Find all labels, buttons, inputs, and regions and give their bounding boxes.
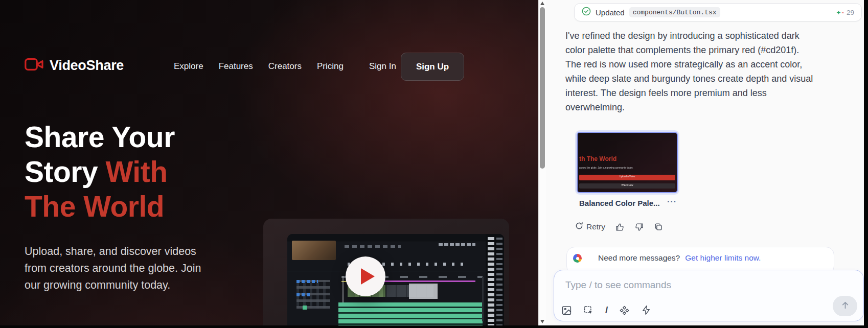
- slash-icon[interactable]: /: [605, 304, 608, 316]
- artifact-preview-body: around the globe. Join our growing commu…: [579, 167, 678, 169]
- retry-label: Retry: [586, 222, 605, 231]
- site-nav: Explore Features Creators Pricing: [174, 61, 344, 72]
- app-window: VideoShare Explore Features Creators Pri…: [0, 0, 868, 328]
- artifact-preview-heading: th The World: [579, 155, 616, 162]
- tool-file-chip: components/Button.tsx: [629, 7, 720, 17]
- nav-link-creators[interactable]: Creators: [268, 61, 302, 72]
- hero-line3: The World: [25, 190, 164, 223]
- diff-added: +: [837, 9, 841, 16]
- hero-line2-red: With: [106, 155, 168, 188]
- website-preview-panel: VideoShare Explore Features Creators Pri…: [0, 0, 538, 325]
- usage-pie-icon: [573, 254, 582, 263]
- image-icon[interactable]: [561, 305, 572, 316]
- send-arrow-icon: [840, 300, 850, 312]
- hero-subtitle: Upload, share, and discover videos from …: [25, 243, 201, 294]
- artifact-title[interactable]: Balanced Color Pale...: [579, 199, 660, 207]
- more-options-icon[interactable]: ...: [667, 195, 677, 205]
- video-editor-preview-image: [263, 219, 509, 325]
- thumbs-up-icon[interactable]: [615, 222, 625, 232]
- artifact-preview-secondary-button: Watch Now: [579, 183, 675, 189]
- hero-heading: Share Your Story With The World: [25, 120, 175, 224]
- artifact-thumbnail[interactable]: th The World around the globe. Join our …: [577, 132, 678, 193]
- get-higher-limits-link[interactable]: Get higher limits now.: [685, 253, 761, 263]
- scroll-up-icon[interactable]: [540, 2, 544, 5]
- diff-removed: -: [841, 9, 844, 16]
- nav-link-pricing[interactable]: Pricing: [317, 61, 344, 72]
- brand-name: VideoShare: [50, 58, 124, 74]
- chat-panel: Updated components/Button.tsx + - 29 I'v…: [546, 0, 864, 325]
- blocks-icon[interactable]: [619, 305, 630, 316]
- diff-count: 29: [847, 9, 854, 16]
- play-button[interactable]: [346, 256, 385, 296]
- retry-icon: [575, 222, 583, 232]
- vertical-scrollbar[interactable]: [538, 0, 546, 325]
- play-icon: [361, 268, 375, 285]
- message-actions: Retry: [575, 221, 663, 233]
- artifact-preview-primary-button: Upload a Video: [579, 175, 675, 180]
- tool-status-label: Updated: [596, 8, 625, 17]
- sign-up-button[interactable]: Sign Up: [401, 53, 464, 81]
- window-edge-right: [864, 0, 868, 328]
- check-circle-icon: [582, 7, 591, 18]
- brand-logo[interactable]: VideoShare: [25, 57, 124, 74]
- message-input[interactable]: [565, 276, 780, 294]
- editor-screenshot: [287, 234, 504, 325]
- thumbs-down-icon[interactable]: [634, 222, 644, 232]
- send-button[interactable]: [833, 296, 857, 316]
- nav-link-explore[interactable]: Explore: [174, 61, 203, 72]
- diff-stats: + - 29: [837, 9, 854, 16]
- scrollbar-thumb[interactable]: [540, 7, 545, 169]
- hero-line2-white: Story: [25, 155, 98, 188]
- assistant-message: I've refined the design by introducing a…: [565, 29, 864, 114]
- lightning-icon[interactable]: [641, 305, 651, 315]
- nav-link-features[interactable]: Features: [219, 61, 253, 72]
- retry-button[interactable]: Retry: [575, 222, 605, 232]
- composer-toolbar: /: [561, 304, 651, 316]
- window-edge-bottom: [0, 325, 868, 328]
- tool-update-card[interactable]: Updated components/Button.tsx + - 29: [574, 3, 862, 21]
- composer: /: [554, 270, 864, 321]
- select-element-icon[interactable]: [583, 305, 594, 316]
- hero-line1: Share Your: [25, 121, 175, 153]
- banner-question: Need more messages?: [598, 253, 680, 263]
- copy-icon[interactable]: [654, 222, 663, 231]
- scroll-down-icon[interactable]: [540, 320, 544, 323]
- sign-in-link[interactable]: Sign In: [369, 61, 396, 72]
- video-camera-icon: [25, 57, 43, 74]
